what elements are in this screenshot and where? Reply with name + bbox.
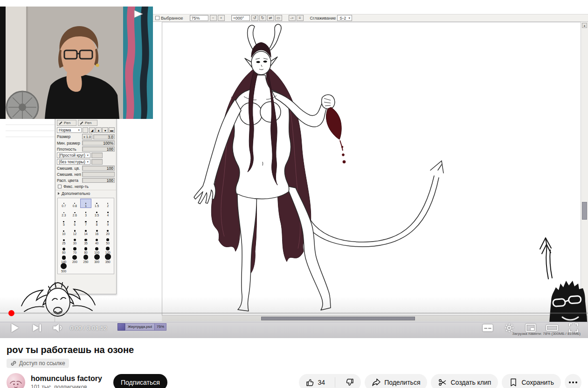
bookmark-icon (509, 378, 518, 387)
brush-size-10: 10 (58, 227, 69, 236)
brush-size-3.5: 3.5 (91, 208, 103, 217)
sai-toolbar: Выбранное 75% −+ +000° ↺↻⇄▭ ->≡ Сглажива… (153, 14, 588, 22)
create-clip-button[interactable]: Создать клип (431, 374, 498, 388)
fullscreen-button[interactable] (563, 319, 584, 337)
brush-size-8: 8 (91, 217, 103, 227)
brush-size-200: 200 (69, 255, 81, 264)
blend-slider: 100 (82, 166, 115, 171)
video-title: pov ты работаешь на озоне (7, 344, 581, 356)
subscribe-button[interactable]: Подписаться (113, 374, 167, 388)
brush-texture-select: (без текстуры)▼ (57, 159, 90, 165)
shape-intensity-field (91, 152, 103, 158)
brush-tip-shape: ● (102, 127, 108, 133)
brush-size-7: 7 (80, 217, 91, 227)
size-unit-toggle: x 1.0 (82, 134, 92, 139)
like-button[interactable]: 34 (299, 374, 332, 388)
selection-label: Выбранное (161, 16, 183, 21)
share-icon (372, 378, 381, 387)
player-controls: 0:00 / 3:01:52 (0, 318, 588, 338)
angle-value-field: +000° (231, 15, 250, 21)
pen-icon (59, 121, 62, 125)
chevron-down-icon: ▼ (87, 160, 89, 163)
brush-size-4: 4 (102, 208, 113, 217)
brush-tip-shape: ▬ (109, 127, 115, 133)
channel-name[interactable]: homunculus factory (31, 374, 102, 383)
thumb-down-icon (345, 378, 354, 387)
zoom-in-button: + (218, 15, 225, 21)
dilution-label: Смешив. непр. (57, 172, 81, 177)
brush-preview-button (83, 127, 88, 133)
persistence-label: Расп. цвета (57, 178, 81, 183)
chevron-down-icon: ▼ (348, 15, 351, 21)
brush-size-80: 80 (80, 245, 91, 255)
winged-face-doodle (17, 278, 100, 323)
subscriber-count: 101 тыс. подписчиков (31, 383, 102, 388)
video-player[interactable]: Выбранное 75% −+ +000° ↺↻⇄▭ ->≡ Сглажива… (0, 0, 588, 338)
pen-icon (80, 121, 83, 125)
scissors-icon (438, 378, 447, 387)
advanced-label: Дополнительно (62, 191, 90, 196)
like-dislike-pill: 34 (299, 374, 361, 388)
size-slider: 3.0 (93, 134, 115, 139)
smoothing-select: S-2▼ (337, 15, 352, 21)
divider (335, 377, 335, 388)
like-count: 34 (318, 379, 325, 386)
brush-tip-shape: ◢ (89, 127, 95, 133)
brush-size-1: 1 (80, 199, 91, 208)
visibility-badge: Доступ по ссылке (7, 359, 69, 368)
selection-checkbox-icon (155, 16, 159, 20)
progress-bar[interactable] (0, 312, 588, 314)
brush-size-25: 25 (58, 236, 69, 245)
density-slider: 100 (82, 146, 115, 152)
brush-size-300: 300 (91, 255, 103, 264)
dislike-button[interactable] (339, 374, 361, 388)
dilution-slider (82, 172, 115, 177)
blend-label: Смешив. цв. (57, 166, 81, 171)
channel-avatar[interactable] (7, 373, 25, 388)
miniplayer-button[interactable] (520, 319, 541, 337)
brush-tip-shape: ▲ (96, 127, 102, 133)
settings-gear-icon[interactable] (498, 319, 520, 337)
brush-shape-select: (Простой круг)▼ (57, 152, 90, 158)
more-options-button[interactable] (565, 374, 581, 388)
rotate-ccw-button: ↺ (251, 15, 258, 21)
brush-size-100: 100 (91, 245, 103, 255)
brush-size-1.5: 1.5 (91, 199, 103, 208)
brush-size-16: 16 (91, 227, 103, 236)
brush-size-50: 50 (102, 236, 113, 245)
scroll-up-icon: ▲ (582, 23, 587, 28)
save-button[interactable]: Сохранить (502, 374, 561, 388)
texture-intensity-field (91, 159, 103, 165)
vscroll-thumb (582, 202, 587, 220)
action-buttons: 34 Поделиться Создать клип Сохранить (299, 374, 581, 388)
zoom-out-button: − (210, 15, 217, 21)
brush-size-60: 60 (58, 245, 69, 255)
subtitles-button[interactable] (477, 319, 498, 337)
persistence-slider: 100 (82, 178, 115, 183)
time-display: 0:00 / 3:01:52 (70, 325, 107, 332)
brush-size-40: 40 (91, 236, 103, 245)
blend-mode-select: Норма▼ (57, 127, 82, 133)
volume-button[interactable] (47, 319, 68, 337)
demon-artwork (162, 22, 581, 315)
brush-size-2: 2 (102, 199, 113, 208)
brush-size-350: 350 (102, 255, 113, 264)
smoothing-label: Сглаживание (310, 16, 336, 21)
expand-icon (58, 192, 60, 195)
flip-horizontal-button: ⇄ (267, 15, 274, 21)
chevron-down-icon: ▼ (87, 154, 89, 157)
next-button[interactable] (25, 319, 47, 337)
theater-mode-button[interactable] (541, 319, 563, 337)
progress-scrubber[interactable] (8, 310, 14, 316)
selection-options-button: ≡ (297, 15, 304, 21)
brush-size-12: 12 (69, 227, 81, 236)
brush-settings-panel: Pen Pen Норма▼ ◢▲●▬ Размер x 1.0 3.0 Мин… (55, 118, 117, 294)
pen-tool-tab: Pen (78, 120, 97, 126)
play-button[interactable] (4, 319, 25, 337)
brush-size-70: 70 (69, 245, 81, 255)
share-button[interactable]: Поделиться (365, 374, 427, 388)
brush-size-2.6: 2.6 (69, 208, 81, 217)
rotate-cw-button: ↻ (259, 15, 266, 21)
video-meta-section: pov ты работаешь на озоне Доступ по ссыл… (0, 338, 588, 388)
brush-size-14: 14 (80, 227, 91, 236)
